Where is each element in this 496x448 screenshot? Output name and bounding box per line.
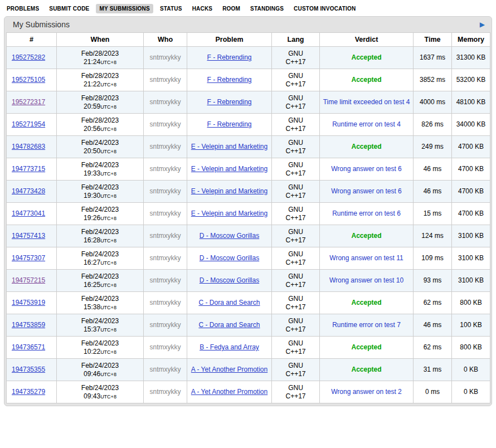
problem-link[interactable]: F - Rebrending (207, 98, 251, 106)
submission-id-link[interactable]: 194782683 (12, 143, 45, 150)
problem-link[interactable]: E - Velepin and Marketing (191, 143, 268, 150)
nav-item-custom-invocation[interactable]: CUSTOM INVOCATION (290, 4, 359, 13)
nav-item-room[interactable]: ROOM (219, 4, 244, 13)
submission-memory-cell: 4700 KB (452, 181, 490, 203)
submission-memory-cell: 3100 KB (452, 225, 490, 247)
submission-author[interactable]: sntmxykky (149, 388, 181, 396)
problem-link[interactable]: D - Moscow Gorillas (200, 232, 259, 240)
submission-exec-time-cell: 249 ms (414, 136, 452, 158)
submission-lang-cell: GNU C++17 (272, 158, 320, 181)
submission-author[interactable]: sntmxykky (149, 276, 181, 284)
submission-exec-time: 1637 ms (420, 53, 445, 61)
submission-id-link[interactable]: 194736571 (12, 343, 45, 351)
submission-author[interactable]: sntmxykky (149, 165, 181, 173)
submission-timezone: UTC+8 (100, 305, 116, 310)
nav-item-submit-code[interactable]: SUBMIT CODE (46, 4, 93, 13)
problem-link[interactable]: C - Dora and Search (198, 299, 260, 306)
submission-author[interactable]: sntmxykky (149, 143, 181, 150)
submission-author[interactable]: sntmxykky (149, 343, 181, 351)
submission-exec-time: 46 ms (424, 321, 442, 329)
submission-id-link[interactable]: 194757215 (12, 276, 45, 284)
submission-when-cell: Feb/24/2023 15:37UTC+8 (57, 314, 144, 337)
nav-item-standings[interactable]: STANDINGS (247, 4, 287, 13)
submission-author[interactable]: sntmxykky (149, 53, 181, 61)
submission-row: 194773715 Feb/24/2023 19:33UTC+8 sntmxyk… (7, 158, 490, 181)
submission-when-cell: Feb/24/2023 16:27UTC+8 (57, 247, 144, 270)
submission-id-cell: 195275282 (7, 47, 57, 69)
submission-author[interactable]: sntmxykky (149, 187, 181, 195)
submission-author[interactable]: sntmxykky (149, 254, 181, 262)
submission-exec-time-cell: 93 ms (414, 270, 452, 292)
submission-id-link[interactable]: 195272317 (12, 98, 45, 106)
problem-link[interactable]: B - Fedya and Array (200, 343, 259, 351)
submission-time: 20:59 (84, 103, 100, 110)
nav-item-problems[interactable]: PROBLEMS (3, 4, 42, 13)
submission-id-link[interactable]: 194773428 (12, 187, 45, 195)
submission-date: Feb/24/2023 (59, 272, 141, 281)
submission-author-cell: sntmxykky (144, 158, 187, 181)
submission-timezone: UTC+8 (100, 260, 116, 266)
submission-memory-cell: 3100 KB (452, 247, 490, 270)
submission-id-link[interactable]: 195275282 (12, 53, 45, 61)
submission-exec-time-cell: 31 ms (414, 359, 452, 381)
problem-link[interactable]: F - Rebrending (207, 76, 251, 84)
submission-id-link[interactable]: 194757413 (12, 232, 45, 240)
submission-memory: 53200 KB (456, 76, 486, 84)
problem-link[interactable]: F - Rebrending (207, 120, 251, 128)
submission-author[interactable]: sntmxykky (149, 210, 181, 217)
submission-lang: GNU C++17 (283, 139, 309, 155)
submission-id-cell: 194773428 (7, 181, 57, 203)
submission-author-cell: sntmxykky (144, 381, 187, 403)
submission-verdict-cell: Runtime error on test 6 (320, 203, 414, 225)
problem-link[interactable]: E - Velepin and Marketing (191, 210, 268, 217)
collapse-panel-icon[interactable]: ▶ (480, 21, 485, 28)
submission-id-link[interactable]: 194735279 (12, 388, 45, 396)
submission-problem-cell: E - Velepin and Marketing (187, 136, 272, 158)
problem-link[interactable]: A - Yet Another Promotion (191, 388, 268, 396)
submission-id-link[interactable]: 195271954 (12, 120, 45, 128)
submission-author[interactable]: sntmxykky (149, 299, 181, 306)
submission-id-link[interactable]: 194773715 (12, 165, 45, 173)
submission-problem-cell: A - Yet Another Promotion (187, 381, 272, 403)
submission-memory: 4700 KB (458, 210, 484, 217)
submission-id-link[interactable]: 194773041 (12, 210, 45, 217)
problem-link[interactable]: F - Rebrending (207, 53, 251, 61)
submission-verdict: Accepted (351, 143, 381, 150)
submission-author[interactable]: sntmxykky (149, 120, 181, 128)
submission-when-cell: Feb/24/2023 16:28UTC+8 (57, 225, 144, 247)
submission-id-link[interactable]: 194753859 (12, 321, 45, 329)
submission-id-cell: 194736571 (7, 337, 57, 359)
submission-id-link[interactable]: 195275105 (12, 76, 45, 84)
submission-lang-cell: GNU C++17 (272, 69, 320, 91)
problem-link[interactable]: D - Moscow Gorillas (200, 254, 259, 262)
submission-author-cell: sntmxykky (144, 247, 187, 270)
submission-timezone: UTC+8 (100, 283, 116, 288)
submission-verdict: Accepted (351, 76, 381, 84)
nav-item-my-submissions[interactable]: MY SUBMISSIONS (96, 4, 153, 13)
submission-id-link[interactable]: 194735355 (12, 366, 45, 373)
submission-time: 09:43 (84, 392, 100, 400)
submission-exec-time: 31 ms (424, 366, 442, 373)
submission-id-link[interactable]: 194753919 (12, 299, 45, 306)
submission-timezone: UTC+8 (100, 82, 116, 87)
nav-item-hacks[interactable]: HACKS (189, 4, 216, 13)
submission-id-link[interactable]: 194757307 (12, 254, 45, 262)
submission-memory-cell: 31300 KB (452, 47, 490, 69)
submission-memory: 4700 KB (458, 187, 484, 195)
submission-memory-cell: 48100 KB (452, 91, 490, 114)
submission-id-cell: 195275105 (7, 69, 57, 91)
submission-id-cell: 194757307 (7, 247, 57, 270)
problem-link[interactable]: E - Velepin and Marketing (191, 187, 268, 195)
submission-author[interactable]: sntmxykky (149, 321, 181, 329)
problem-link[interactable]: D - Moscow Gorillas (200, 276, 259, 284)
submission-author[interactable]: sntmxykky (149, 76, 181, 84)
submission-row: 195271954 Feb/28/2023 20:56UTC+8 sntmxyk… (7, 114, 490, 136)
submission-author[interactable]: sntmxykky (149, 232, 181, 240)
submission-date: Feb/24/2023 (59, 228, 141, 236)
problem-link[interactable]: E - Velepin and Marketing (191, 165, 268, 173)
submission-author[interactable]: sntmxykky (149, 98, 181, 106)
submission-author[interactable]: sntmxykky (149, 366, 181, 373)
problem-link[interactable]: C - Dora and Search (198, 321, 260, 329)
problem-link[interactable]: A - Yet Another Promotion (191, 366, 268, 373)
nav-item-status[interactable]: STATUS (157, 4, 186, 13)
